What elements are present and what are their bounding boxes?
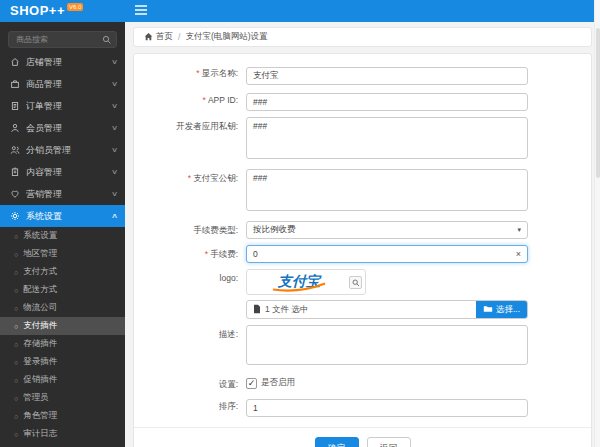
app-id-input[interactable] [246,93,528,111]
logo-file-input[interactable]: 1 文件 选中 选择... [246,300,528,319]
field-app-id: *APP ID: [134,91,591,111]
sidebar: SHOP++ V6.0 店铺管理 ∨ 商品管理 ∨ 订单管理 ∨ [0,0,125,447]
circle-icon: ○ [14,269,18,276]
file-icon [253,304,261,316]
field-settings: 设置: ✓ 是否启用 [134,375,591,391]
clear-icon[interactable]: × [516,250,521,259]
circle-icon: ○ [14,323,18,330]
breadcrumb-separator: / [178,32,180,42]
order-icon [10,101,20,111]
display-name-input[interactable] [246,67,528,85]
required-asterisk: * [205,249,208,259]
member-icon [10,123,20,133]
field-display-name: *显示名称: [134,64,591,85]
field-logo: logo: 支付宝 [134,269,591,319]
content-icon [10,167,20,177]
fee-type-select[interactable]: 按比例收费 ▾ [246,221,528,239]
hamburger-icon[interactable] [134,2,148,20]
check-icon: ✓ [248,379,256,388]
sidebar-item-system-settings[interactable]: 系统设置 ∧ [0,205,125,227]
browse-button[interactable]: 选择... [476,301,527,318]
required-asterisk: * [203,95,206,105]
chevron-up-icon: ∧ [111,212,118,220]
circle-icon: ○ [14,377,18,384]
sidebar-item-goods[interactable]: 商品管理 ∨ [0,73,125,95]
folder-icon [483,305,493,315]
brand-name: SHOP++ [10,3,65,19]
breadcrumb-current: 支付宝(电脑网站)设置 [185,31,267,43]
form-footer: 确定 返回 [134,427,591,447]
brand-logo: SHOP++ V6.0 [0,0,125,22]
required-asterisk: * [196,68,199,78]
submenu-item-admins[interactable]: ○管理员 [0,389,125,407]
chevron-down-icon: ∨ [111,190,118,198]
submenu-item-regions[interactable]: ○地区管理 [0,245,125,263]
shop-admin-window: SHOP++ V6.0 店铺管理 ∨ 商品管理 ∨ 订单管理 ∨ [0,0,600,447]
sidebar-submenu: ○系统设置 ○地区管理 ○支付方式 ○配送方式 ○物流公司 ○支付插件 ○存储插… [0,227,125,443]
sidebar-search [8,28,117,45]
circle-icon: ○ [14,287,18,294]
caret-down-icon: ▾ [517,226,521,234]
submenu-item-audit-log[interactable]: ○审计日志 [0,425,125,443]
submenu-item-logistics[interactable]: ○物流公司 [0,299,125,317]
magnifier-icon[interactable] [349,276,362,289]
marketing-icon [10,189,20,199]
public-key-textarea[interactable]: ### [246,169,528,211]
sidebar-item-store[interactable]: 店铺管理 ∨ [0,51,125,73]
submenu-item-shipping-methods[interactable]: ○配送方式 [0,281,125,299]
circle-icon: ○ [14,305,18,312]
submenu-item-payment-methods[interactable]: ○支付方式 [0,263,125,281]
circle-icon: ○ [14,431,18,438]
alipay-logo: 支付宝 [261,271,351,293]
field-sort: 排序: [134,397,591,417]
submenu-item-promotion-plugins[interactable]: ○促销插件 [0,371,125,389]
circle-icon: ○ [14,359,18,366]
sidebar-item-content[interactable]: 内容管理 ∨ [0,161,125,183]
circle-icon: ○ [14,341,18,348]
breadcrumb: 首页 / 支付宝(电脑网站)设置 [133,27,592,47]
logo-preview: 支付宝 [246,269,366,295]
content: 首页 / 支付宝(电脑网站)设置 *显示名称: *APP ID: 开发者应用私钥… [125,22,600,447]
field-fee: *手续费: × [134,245,591,263]
sidebar-menu: 店铺管理 ∨ 商品管理 ∨ 订单管理 ∨ 会员管理 ∨ 分销员管理 ∨ [0,51,125,227]
search-input[interactable] [8,31,117,48]
submenu-item-storage-plugins[interactable]: ○存储插件 [0,335,125,353]
submenu-item-roles[interactable]: ○角色管理 [0,407,125,425]
enabled-checkbox[interactable]: ✓ [246,378,257,389]
goods-icon [10,79,20,89]
fee-input[interactable] [253,249,516,259]
enabled-checkbox-label: 是否启用 [261,377,295,389]
search-icon[interactable] [102,31,112,49]
private-key-textarea[interactable]: ### [246,117,528,159]
chevron-down-icon: ∨ [111,146,118,154]
field-public-key: *支付宝公钥: ### [134,169,591,215]
required-asterisk: * [188,173,191,183]
chevron-down-icon: ∨ [111,124,118,132]
submenu-item-payment-plugins[interactable]: ○支付插件 [0,317,125,335]
scrollbar-track[interactable] [594,0,600,447]
circle-icon: ○ [14,233,18,240]
alipay-settings-form: *显示名称: *APP ID: 开发者应用私钥: ### *支付宝公钥: ###… [133,53,592,447]
sidebar-item-distributors[interactable]: 分销员管理 ∨ [0,139,125,161]
circle-icon: ○ [14,413,18,420]
field-private-key: 开发者应用私钥: ### [134,117,591,163]
sidebar-item-orders[interactable]: 订单管理 ∨ [0,95,125,117]
file-status-text: 1 文件 选中 [265,304,308,316]
back-button[interactable]: 返回 [367,437,411,447]
confirm-button[interactable]: 确定 [315,437,359,447]
sidebar-item-members[interactable]: 会员管理 ∨ [0,117,125,139]
distributor-icon [10,145,20,155]
breadcrumb-home-link[interactable]: 首页 [144,31,173,43]
chevron-down-icon: ∨ [111,58,118,66]
sidebar-item-marketing[interactable]: 营销管理 ∨ [0,183,125,205]
scrollbar-thumb[interactable] [596,28,600,178]
chevron-down-icon: ∨ [111,102,118,110]
field-description: 描述: [134,325,591,369]
circle-icon: ○ [14,395,18,402]
sort-input[interactable] [246,399,528,417]
chevron-down-icon: ∨ [111,80,118,88]
gear-icon [10,211,20,221]
submenu-item-login-plugins[interactable]: ○登录插件 [0,353,125,371]
submenu-item-system-settings[interactable]: ○系统设置 [0,227,125,245]
description-textarea[interactable] [246,325,528,365]
